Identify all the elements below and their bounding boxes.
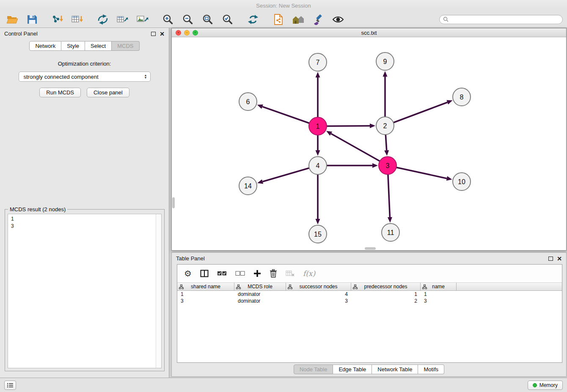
tab-network[interactable]: Network (29, 41, 61, 51)
table-cell[interactable]: dominator (234, 298, 286, 304)
home-button[interactable] (290, 13, 306, 26)
table-row[interactable]: 1dominator411 (177, 291, 562, 298)
close-panel-button[interactable]: Close panel (87, 88, 129, 97)
tab-edge-table[interactable]: Edge Table (333, 364, 372, 374)
add-row-button[interactable] (253, 270, 261, 277)
table-cell[interactable]: 1 (351, 291, 421, 298)
float-table-panel-icon[interactable] (548, 257, 553, 261)
refresh-group (245, 13, 261, 26)
graph-edge-2-8[interactable] (385, 102, 447, 126)
close-table-panel-icon[interactable]: ✕ (557, 256, 562, 261)
graph-edge-3-1[interactable] (331, 134, 388, 166)
graph-edge-arrowhead (316, 219, 320, 224)
table-cell[interactable]: 3 (286, 298, 351, 304)
table-settings-button[interactable]: ⚙ (184, 269, 192, 278)
save-session-button[interactable] (24, 13, 40, 26)
console-button[interactable] (4, 381, 16, 390)
memory-button[interactable]: Memory (528, 381, 563, 390)
column-type-icon (422, 284, 427, 289)
column-header-successor-nodes[interactable]: successor nodes (286, 283, 351, 290)
column-header-name[interactable]: name (421, 283, 457, 290)
open-session-button[interactable] (4, 13, 20, 26)
tab-mcds[interactable]: MCDS (112, 41, 139, 51)
select-all-columns-button[interactable] (217, 271, 227, 276)
function-builder-button[interactable]: f(x) (303, 269, 315, 278)
criterion-selected-value: strongly connected component (24, 74, 99, 80)
open-folder-icon (6, 14, 18, 25)
apply-style-button[interactable] (310, 13, 326, 26)
import-group (50, 13, 85, 26)
show-hide-button[interactable] (330, 13, 346, 26)
tab-network-table[interactable]: Network Table (372, 364, 418, 374)
export-image-icon (136, 14, 149, 25)
graph-edge-arrowhead (316, 72, 320, 77)
tab-style[interactable]: Style (61, 41, 85, 51)
search-input[interactable] (451, 17, 559, 22)
table-cell[interactable]: 3 (177, 298, 234, 304)
floppy-disk-icon (27, 14, 38, 25)
search-icon (443, 17, 449, 22)
minimize-window-button[interactable]: − (184, 30, 190, 36)
combo-arrows-icon: ▲▼ (144, 74, 147, 79)
column-header-MCDS-role[interactable]: MCDS role (234, 283, 286, 290)
delete-table-button[interactable] (286, 270, 295, 277)
network-window-title: scc.txt (361, 30, 377, 36)
mcds-result-item[interactable]: 1 (11, 215, 154, 223)
columns-icon (200, 270, 209, 277)
table-cell[interactable]: 1 (177, 291, 234, 298)
horizontal-scrollbar-thumb[interactable] (365, 247, 376, 250)
window-controls: × − + (176, 30, 198, 36)
export-table-button[interactable] (115, 13, 131, 26)
session-group (4, 13, 40, 26)
import-network-icon (51, 14, 64, 25)
criterion-select[interactable]: strongly connected component ▲▼ (19, 72, 151, 82)
zoom-in-button[interactable] (160, 13, 176, 26)
tab-node-table[interactable]: Node Table (294, 364, 333, 374)
network-canvas[interactable]: 7968124314101511 (172, 37, 566, 250)
show-columns-button[interactable] (200, 270, 209, 277)
zoom-fit-button[interactable] (200, 13, 216, 26)
mcds-result-list: 13 (8, 214, 162, 368)
float-panel-icon[interactable] (151, 32, 156, 36)
run-mcds-button[interactable]: Run MCDS (39, 88, 81, 97)
export-network-icon (97, 14, 109, 25)
table-cell[interactable]: 1 (421, 291, 457, 298)
network-file-button[interactable] (270, 13, 286, 26)
search-box[interactable] (439, 15, 563, 24)
export-image-button[interactable] (135, 13, 151, 26)
table-row[interactable]: 3dominator323 (177, 298, 562, 304)
mcds-result-item[interactable]: 3 (11, 223, 154, 230)
graph-edge-arrowhead (372, 163, 378, 168)
tab-motifs[interactable]: Motifs (418, 364, 444, 374)
table-cell[interactable]: 4 (286, 291, 351, 298)
maximize-window-button[interactable]: + (193, 30, 198, 36)
vertical-scrollbar-thumb[interactable] (172, 197, 175, 208)
result-scrollbar[interactable] (156, 214, 161, 368)
table-cell[interactable]: dominator (234, 291, 286, 298)
zoom-in-icon (162, 14, 173, 25)
tab-select[interactable]: Select (85, 41, 112, 51)
table-column-header-row: shared nameMCDS rolesuccessor nodesprede… (177, 283, 562, 291)
status-bar: Memory (0, 378, 567, 392)
zoom-selected-button[interactable] (220, 13, 236, 26)
close-panel-icon[interactable]: ✕ (160, 31, 165, 36)
graph-node-label: 1 (316, 123, 320, 130)
graph-edge-arrowhead (383, 71, 388, 77)
import-network-button[interactable] (50, 13, 66, 26)
export-network-button[interactable] (95, 13, 111, 26)
table-cell[interactable]: 3 (421, 298, 457, 304)
refresh-view-button[interactable] (245, 13, 261, 26)
zoom-selected-icon (222, 14, 233, 25)
import-table-button[interactable] (69, 13, 85, 26)
zoom-out-button[interactable] (180, 13, 196, 26)
table-cell[interactable]: 2 (351, 298, 421, 304)
unselect-all-columns-button[interactable] (235, 271, 245, 276)
delete-row-button[interactable] (270, 269, 277, 278)
close-window-button[interactable]: × (176, 30, 181, 36)
column-header-shared-name[interactable]: shared name (177, 283, 234, 290)
column-header-predecessor-nodes[interactable]: predecessor nodes (351, 283, 421, 290)
mcds-result-box: MCDS result (2 nodes) 13 (5, 209, 165, 371)
mcds-panel: Optimization criterion: strongly connect… (0, 61, 169, 97)
graph-edge-arrowhead (446, 176, 452, 181)
table-panel-title: Table Panel (176, 255, 205, 262)
